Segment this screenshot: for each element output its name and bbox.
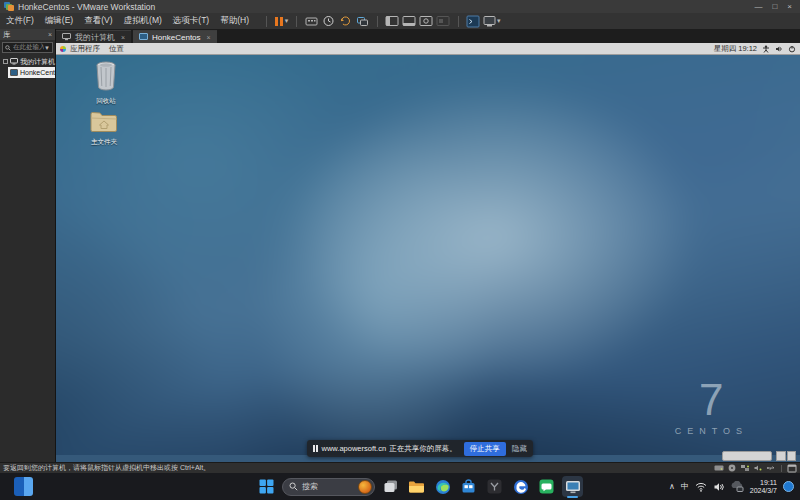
applications-menu[interactable]: 应用程序 [70, 44, 100, 54]
menu-file[interactable]: 文件(F) [6, 15, 34, 27]
unity-mode-button[interactable] [436, 14, 451, 28]
toolbar-separator [266, 16, 267, 27]
notification-badge[interactable] [783, 481, 794, 492]
tab-my-computer[interactable]: 我的计算机 × [56, 30, 131, 43]
library-title: 库 [3, 30, 11, 40]
cdrom-icon[interactable] [727, 464, 737, 472]
restore-view-icon[interactable] [787, 464, 797, 473]
tree-expander-icon[interactable] [3, 59, 8, 64]
wifi-icon[interactable] [695, 482, 707, 492]
search-dropdown-icon[interactable]: ▼ [44, 45, 50, 51]
tab-close-icon[interactable]: × [121, 34, 125, 41]
home-folder-icon [89, 109, 119, 133]
menu-view[interactable]: 查看(V) [84, 15, 112, 27]
display-settings-button[interactable]: ▾ [483, 14, 501, 28]
vmware-titlebar: HonkeCentos - VMware Workstation — □ × [0, 0, 800, 13]
gnome-clock[interactable]: 星期四 19:12 [714, 44, 757, 54]
revert-arrow-icon [339, 15, 352, 27]
widgets-icon[interactable] [14, 477, 33, 496]
chat-app-button[interactable] [536, 476, 557, 497]
window-list-button[interactable] [722, 451, 772, 461]
places-menu[interactable]: 位置 [109, 44, 124, 54]
tray-clock[interactable]: 19:11 2024/3/7 [750, 479, 777, 495]
menu-edit[interactable]: 编辑(E) [45, 15, 73, 27]
library-sidebar: 库 × 在此处输入... ▼ 我的计算机 HonkeCentos [0, 29, 56, 462]
search-icon [289, 482, 298, 491]
store-icon [461, 479, 476, 494]
app-icon-dark[interactable] [484, 476, 505, 497]
windows-taskbar: 搜索 [0, 473, 800, 500]
desktop-icon-label: 主文件夹 [82, 138, 126, 147]
library-search-input[interactable]: 在此处输入... ▼ [2, 42, 53, 53]
clock-date: 2024/3/7 [750, 487, 777, 495]
search-placeholder: 搜索 [302, 481, 354, 492]
file-explorer-icon [408, 480, 425, 494]
browser-e-button[interactable] [510, 476, 531, 497]
ime-indicator[interactable]: 中 [681, 481, 689, 492]
send-ctrl-alt-del-button[interactable] [304, 14, 319, 28]
minimize-button[interactable]: — [754, 0, 762, 13]
volume-icon[interactable] [775, 45, 783, 53]
tab-label: 我的计算机 [75, 32, 115, 43]
start-button[interactable] [256, 476, 277, 497]
menu-tabs[interactable]: 选项卡(T) [173, 15, 209, 27]
screen: HonkeCentos - VMware Workstation — □ × 文… [0, 0, 800, 500]
power-icon[interactable] [788, 45, 796, 53]
windows-logo-icon [259, 479, 274, 494]
task-view-button[interactable] [380, 476, 401, 497]
computer-icon [10, 58, 18, 65]
computer-icon [62, 33, 71, 41]
tab-honkecentos[interactable]: HonkeCentos × [133, 30, 217, 43]
display-caret-icon[interactable]: ▾ [497, 17, 501, 25]
workspace-switcher[interactable] [776, 451, 796, 461]
tree-item-my-computer[interactable]: 我的计算机 [0, 56, 55, 67]
tree-item-honkecentos[interactable]: HonkeCentos [8, 67, 55, 78]
vm-guest-screen[interactable]: 应用程序 位置 星期四 19:12 回收站 [56, 43, 800, 462]
take-snapshot-button[interactable] [321, 14, 336, 28]
edge-browser-button[interactable] [432, 476, 453, 497]
tray-app-icon[interactable] [731, 481, 744, 492]
screen-sharing-bar: www.apowersoft.cn 正在共享你的屏幕。 停止共享 隐藏 [307, 440, 533, 457]
desktop-icon-home[interactable]: 主文件夹 [82, 109, 126, 147]
thumbnail-bar-button[interactable] [402, 14, 417, 28]
desktop-wallpaper[interactable] [56, 55, 800, 455]
blue-e-icon [513, 479, 529, 495]
fullscreen-button[interactable] [419, 14, 434, 28]
tray-expand-icon[interactable]: ∧ [669, 482, 675, 491]
vmware-taskbar-button[interactable] [562, 476, 583, 497]
network-adapter-icon[interactable] [740, 464, 750, 472]
sharing-url: www.apowersoft.cn [322, 444, 387, 453]
close-button[interactable]: × [787, 0, 792, 13]
hide-sharing-button[interactable]: 隐藏 [512, 444, 527, 454]
vmware-tabstrip: 我的计算机 × HonkeCentos × [56, 29, 800, 43]
accessibility-icon[interactable] [762, 45, 770, 53]
desktop-icon-trash[interactable]: 回收站 [84, 60, 128, 106]
harddisk-icon[interactable] [714, 464, 724, 472]
show-library-button[interactable] [385, 14, 400, 28]
edge-icon [435, 479, 451, 495]
stop-sharing-button[interactable]: 停止共享 [464, 442, 506, 456]
sharing-pause-icon[interactable] [313, 445, 318, 452]
maximize-button[interactable]: □ [772, 0, 777, 13]
manage-snapshots-button[interactable] [355, 14, 370, 28]
revert-snapshot-button[interactable] [338, 14, 353, 28]
green-chat-icon [539, 479, 554, 494]
tab-close-icon[interactable]: × [207, 34, 211, 41]
taskbar-search-input[interactable]: 搜索 [282, 478, 375, 496]
console-view-button[interactable] [466, 14, 481, 28]
menu-vm[interactable]: 虚拟机(M) [124, 15, 162, 27]
search-highlight-icon[interactable] [358, 480, 372, 494]
power-pause-button[interactable]: ▾ [274, 14, 289, 28]
speaker-icon[interactable] [713, 482, 725, 492]
sound-device-icon[interactable] [753, 464, 763, 472]
statusbar-message: 要返回到您的计算机，请将鼠标指针从虚拟机中移出或按 Ctrl+Alt。 [3, 463, 210, 473]
sharing-message: 正在共享你的屏幕。 [389, 444, 457, 454]
library-close-icon[interactable]: × [48, 31, 52, 38]
microsoft-store-button[interactable] [458, 476, 479, 497]
menu-help[interactable]: 帮助(H) [220, 15, 249, 27]
usb-device-icon[interactable] [766, 464, 776, 472]
search-placeholder: 在此处输入... [13, 43, 44, 52]
power-caret-icon[interactable]: ▾ [285, 17, 289, 25]
toolbar-separator [377, 16, 378, 27]
file-explorer-button[interactable] [406, 476, 427, 497]
